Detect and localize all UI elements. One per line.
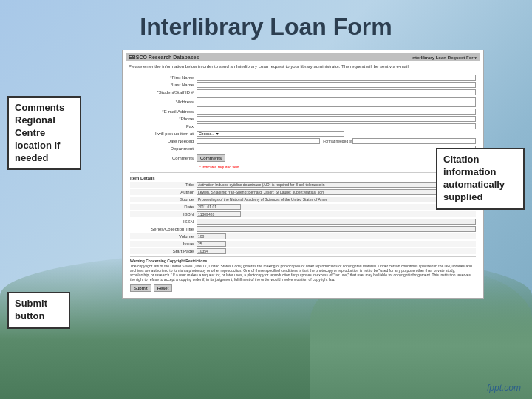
ebsco-logo: EBSCO Research Databases — [129, 55, 199, 60]
phone-row: *Phone — [130, 116, 476, 122]
volume-label: Volume — [130, 234, 197, 239]
author-label: Author — [130, 190, 197, 194]
series-value — [197, 226, 476, 232]
series-row: Series/Collection Title — [130, 226, 476, 232]
address-input[interactable] — [197, 97, 476, 107]
date-needed-label: Date Needed — [130, 139, 197, 143]
form-buttons: Submit Reset — [130, 283, 476, 293]
first-name-input[interactable] — [197, 75, 476, 81]
warning-title: Warning Concerning Copyright Restriction… — [130, 259, 476, 263]
title-value: Activation-Induced cytidine deaminase (A… — [197, 182, 476, 188]
comments-row: Comments Comments — [130, 153, 476, 163]
item-details-title: Item Details — [130, 176, 476, 180]
issn-label: ISSN — [130, 219, 197, 224]
source-value: Proceedings of the National Academy of S… — [197, 197, 476, 202]
comments-button[interactable]: Comments — [197, 154, 225, 162]
student-id-label: *Student/Staff ID # — [130, 90, 197, 95]
date-row: Date 2011.01.01 — [130, 204, 476, 210]
phone-input[interactable] — [197, 116, 476, 122]
start-page-row: Start Page 10354 — [130, 248, 476, 254]
last-name-label: *Last Name — [130, 83, 197, 87]
bottom-left-annotation-box: Submit button — [7, 292, 70, 329]
address-label: *Address — [130, 100, 197, 104]
reset-button[interactable]: Reset — [154, 284, 173, 292]
address-row: *Address — [130, 97, 476, 107]
format-input[interactable] — [352, 138, 476, 144]
right-annotation-box: Citation information automatically suppl… — [436, 148, 525, 210]
isbn-label: ISBN — [130, 212, 197, 216]
start-page-label: Start Page — [130, 249, 197, 253]
date-needed-input[interactable] — [197, 138, 320, 144]
source-label: Source — [130, 197, 197, 202]
student-id-row: *Student/Staff ID # — [130, 89, 476, 95]
first-name-row: *First Name — [130, 75, 476, 81]
form-screenshot: EBSCO Research Databases Interlibrary Lo… — [122, 50, 484, 299]
required-indicator: * Indicates required field. — [200, 165, 476, 169]
title-label: Title — [130, 183, 197, 187]
comments-label: Comments — [130, 156, 197, 160]
section-divider — [130, 172, 476, 173]
isbn-row: ISBN 11309426 — [130, 211, 476, 217]
issn-value — [197, 219, 476, 225]
date-needed-row: Date Needed Format needed (if — [130, 138, 476, 144]
date-value: 2011.01.01 — [197, 204, 241, 210]
copyright-warning: Warning Concerning Copyright Restriction… — [130, 256, 476, 282]
pickup-select[interactable]: Choose... ▼ — [197, 131, 344, 137]
email-row: *E-mail Address — [130, 109, 476, 115]
fax-input[interactable] — [197, 123, 476, 129]
warning-text: The copyright law of the United States (… — [130, 264, 476, 282]
form-header: EBSCO Research Databases Interlibrary Lo… — [126, 53, 480, 61]
author-row: Author Lewen, Shiaoling; Yan-Sheng; Bern… — [130, 189, 476, 195]
pickup-row: I will pick up item at Choose... ▼ — [130, 131, 476, 137]
phone-label: *Phone — [130, 117, 197, 121]
date-label: Date — [130, 205, 197, 209]
form-title: Interlibrary Loan Request Form — [412, 55, 477, 60]
format-label: Format needed (if — [323, 139, 352, 143]
start-page-value: 10354 — [197, 248, 226, 254]
department-row: Department — [130, 146, 476, 151]
first-name-label: *First Name — [130, 75, 197, 80]
watermark: fppt.com — [487, 383, 521, 393]
form-intro-text: Please enter the information below in or… — [126, 63, 480, 70]
issue-row: Issue 25 — [130, 241, 476, 247]
series-label: Series/Collection Title — [130, 227, 197, 231]
pickup-label: I will pick up item at — [130, 132, 197, 136]
page-title: Interlibrary Loan Form — [0, 0, 532, 50]
volume-row: Volume 108 — [130, 233, 476, 239]
email-label: *E-mail Address — [130, 109, 197, 114]
submit-button[interactable]: Submit — [130, 284, 151, 292]
last-name-row: *Last Name — [130, 82, 476, 88]
issn-row: ISSN — [130, 219, 476, 225]
isbn-value: 11309426 — [197, 211, 241, 217]
author-value: Lewen, Shiaoling; Yan-Sheng; Bernard, Ja… — [197, 189, 476, 195]
email-input[interactable] — [197, 109, 476, 115]
department-label: Department — [130, 146, 197, 151]
last-name-input[interactable] — [197, 82, 476, 88]
source-row: Source Proceedings of the National Acade… — [130, 197, 476, 202]
department-input[interactable] — [197, 146, 476, 151]
student-id-input[interactable] — [197, 89, 476, 95]
volume-value: 108 — [197, 233, 226, 239]
title-row: Title Activation-Induced cytidine deamin… — [130, 182, 476, 188]
form-body: *First Name *Last Name *Student/Staff ID… — [126, 73, 480, 295]
issue-value: 25 — [197, 241, 226, 247]
issue-label: Issue — [130, 242, 197, 246]
left-annotation-box: Comments Regional Centre location if nee… — [7, 96, 81, 170]
fax-label: Fax — [130, 124, 197, 129]
fax-row: Fax — [130, 123, 476, 129]
